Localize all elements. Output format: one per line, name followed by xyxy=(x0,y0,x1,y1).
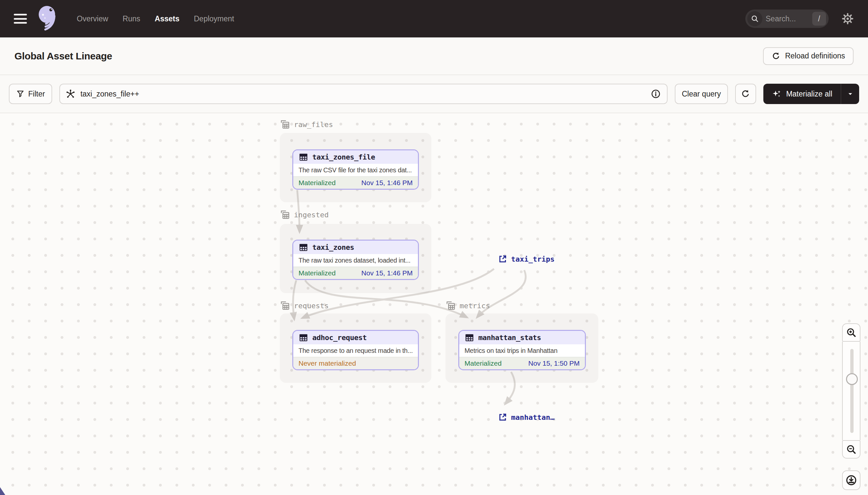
nav-item-runs[interactable]: Runs xyxy=(123,14,140,23)
asset-status-row: Materialized Nov 15, 1:50 PM xyxy=(459,357,585,369)
asset-status-row: Never materialized xyxy=(293,357,418,369)
dagster-logo-icon[interactable] xyxy=(38,5,58,32)
asset-name: taxi_zones_file xyxy=(312,153,375,161)
search-input[interactable] xyxy=(762,14,812,23)
external-asset-name: taxi_trips xyxy=(511,255,554,263)
external-asset-manhattan[interactable]: manhattan… xyxy=(498,413,554,422)
recenter-graph-button[interactable] xyxy=(842,471,861,490)
asset-node-header: taxi_zones_file xyxy=(293,150,418,164)
asset-query-field xyxy=(59,84,667,104)
group-name: metrics xyxy=(460,302,490,310)
group-table-icon xyxy=(280,300,290,311)
main-nav: Overview Runs Assets Deployment xyxy=(77,14,234,23)
asset-description: The response to an request made in th... xyxy=(293,344,418,357)
status-badge: Materialized xyxy=(299,179,336,187)
materialize-all-button[interactable]: Materialize all xyxy=(763,84,841,104)
refresh-icon xyxy=(741,89,750,99)
asset-name: adhoc_request xyxy=(312,334,367,342)
table-icon xyxy=(299,152,308,162)
asset-name: manhattan_stats xyxy=(478,334,541,342)
group-label-requests[interactable]: requests xyxy=(280,300,329,311)
reload-definitions-label: Reload definitions xyxy=(785,52,845,61)
asset-name: taxi_zones xyxy=(312,243,354,252)
materialization-timestamp[interactable]: Nov 15, 1:50 PM xyxy=(529,359,580,367)
search-shortcut-badge: / xyxy=(812,12,826,25)
sparkles-icon xyxy=(772,89,782,99)
group-label-ingested[interactable]: ingested xyxy=(280,209,329,220)
app-header: Overview Runs Assets Deployment / xyxy=(0,0,868,37)
group-name: ingested xyxy=(294,211,329,219)
group-table-icon xyxy=(445,300,456,311)
materialization-timestamp[interactable]: Nov 15, 1:46 PM xyxy=(361,269,413,277)
materialize-all-split-button: Materialize all xyxy=(763,84,859,104)
status-badge: Materialized xyxy=(299,269,336,277)
asset-node-header: manhattan_stats xyxy=(459,331,585,344)
asset-description: Metrics on taxi trips in Manhattan xyxy=(459,344,585,357)
asset-status-row: Materialized Nov 15, 1:46 PM xyxy=(293,267,418,279)
refresh-icon xyxy=(772,52,781,61)
hamburger-menu-icon[interactable] xyxy=(14,14,27,24)
asset-node-header: adhoc_request xyxy=(293,331,418,344)
nav-item-overview[interactable]: Overview xyxy=(77,14,108,23)
external-link-icon xyxy=(498,254,507,263)
page-title-bar: Global Asset Lineage Reload definitions xyxy=(0,37,868,75)
settings-gear-icon[interactable] xyxy=(841,12,854,25)
table-icon xyxy=(464,333,474,343)
caret-down-icon xyxy=(847,90,854,98)
status-badge: Materialized xyxy=(464,359,501,367)
zoom-slider-thumb[interactable] xyxy=(846,373,858,385)
asset-node-taxi-zones-file[interactable]: taxi_zones_file The raw CSV file for the… xyxy=(292,149,419,190)
group-name: requests xyxy=(294,302,329,310)
lineage-toolbar: Filter Clear query xyxy=(0,75,868,113)
refresh-graph-button[interactable] xyxy=(735,84,756,104)
filter-label: Filter xyxy=(28,90,45,99)
asset-status-row: Materialized Nov 15, 1:46 PM xyxy=(293,176,418,189)
app-root: Overview Runs Assets Deployment / xyxy=(0,0,868,495)
external-asset-taxi-trips[interactable]: taxi_trips xyxy=(498,254,554,263)
table-icon xyxy=(299,243,308,252)
asset-node-manhattan-stats[interactable]: manhattan_stats Metrics on taxi trips in… xyxy=(458,330,586,370)
external-asset-name: manhattan… xyxy=(511,413,554,422)
group-table-icon xyxy=(280,119,290,130)
asset-description: The raw CSV file for the taxi zones dat.… xyxy=(293,164,418,176)
filter-funnel-icon xyxy=(16,90,24,98)
page-title: Global Asset Lineage xyxy=(14,51,112,62)
group-label-metrics[interactable]: metrics xyxy=(445,300,490,311)
asset-node-taxi-zones[interactable]: taxi_zones The raw taxi zones dataset, l… xyxy=(292,240,419,280)
table-icon xyxy=(299,333,308,343)
zoom-out-button[interactable] xyxy=(842,440,861,459)
asset-description: The raw taxi zones dataset, loaded int..… xyxy=(293,254,418,267)
zoom-slider[interactable] xyxy=(842,342,861,440)
zoom-controls xyxy=(842,323,861,491)
group-table-icon xyxy=(280,209,290,220)
asset-graph-icon xyxy=(65,89,76,99)
group-label-raw-files[interactable]: raw_files xyxy=(280,119,333,130)
asset-node-header: taxi_zones xyxy=(293,241,418,254)
materialization-timestamp[interactable]: Nov 15, 1:46 PM xyxy=(361,179,413,187)
lineage-canvas[interactable]: raw_files taxi_zones_file The raw CSV fi… xyxy=(0,113,868,495)
clear-query-button[interactable]: Clear query xyxy=(675,84,728,104)
external-link-icon xyxy=(498,413,507,422)
asset-query-input[interactable] xyxy=(59,84,667,104)
nav-item-deployment[interactable]: Deployment xyxy=(194,14,234,23)
materialize-all-label: Materialize all xyxy=(786,90,832,99)
asset-node-adhoc-request[interactable]: adhoc_request The response to an request… xyxy=(292,330,419,370)
nav-item-assets[interactable]: Assets xyxy=(155,14,179,23)
clear-query-label: Clear query xyxy=(682,90,721,99)
group-name: raw_files xyxy=(294,120,333,129)
info-icon[interactable] xyxy=(651,89,661,99)
minimap-corner-fragment xyxy=(0,487,5,495)
search-icon xyxy=(747,11,762,26)
reload-definitions-button[interactable]: Reload definitions xyxy=(763,47,854,65)
lineage-edges xyxy=(0,113,868,495)
materialize-options-button[interactable] xyxy=(841,84,859,104)
zoom-slider-track[interactable] xyxy=(850,349,854,433)
status-badge: Never materialized xyxy=(299,359,356,367)
global-search[interactable]: / xyxy=(745,10,829,28)
zoom-in-button[interactable] xyxy=(842,323,861,342)
filter-button[interactable]: Filter xyxy=(9,84,52,104)
